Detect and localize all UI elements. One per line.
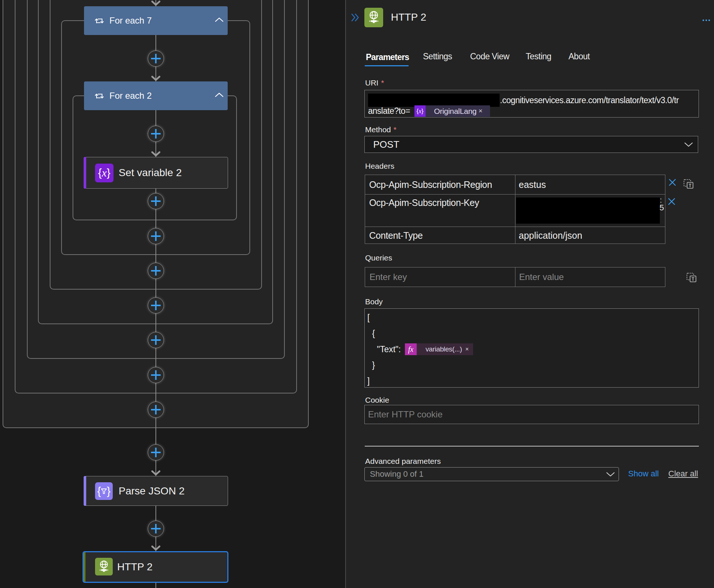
svg-text:{: { — [97, 485, 101, 497]
svg-text:{x}: {x} — [98, 167, 110, 179]
svg-text:T: T — [692, 277, 694, 282]
svg-text:}: } — [107, 485, 111, 497]
svg-text:T: T — [689, 183, 692, 188]
